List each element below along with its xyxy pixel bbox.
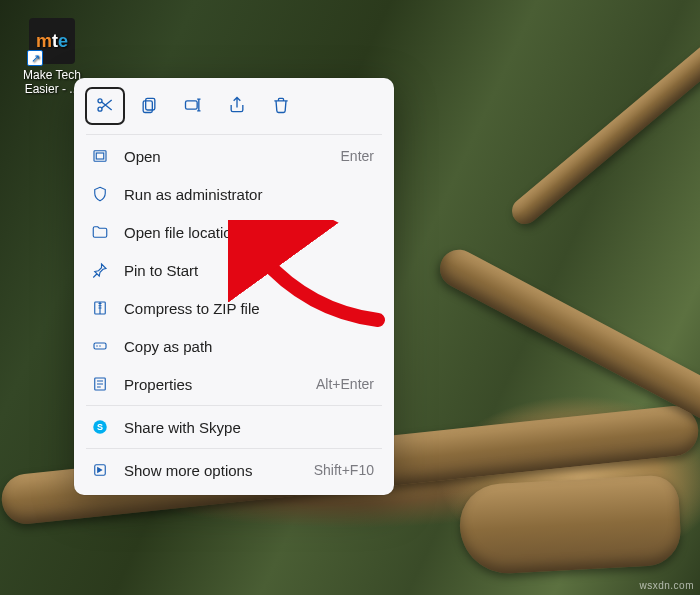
logo-m: m — [36, 31, 52, 52]
menu-item-pin-to-start[interactable]: Pin to Start — [80, 251, 388, 289]
context-menu: Open Enter Run as administrator Open fil… — [74, 78, 394, 495]
rename-button[interactable] — [174, 88, 212, 124]
scissors-icon — [95, 95, 115, 118]
svg-rect-4 — [186, 100, 198, 108]
menu-item-label: Open — [124, 148, 327, 165]
menu-item-label: Compress to ZIP file — [124, 300, 360, 317]
skype-icon: S — [90, 417, 110, 437]
shortcut-overlay-icon: ↗ — [27, 50, 43, 66]
shortcut-tile: mte ↗ — [29, 18, 75, 64]
delete-button[interactable] — [262, 88, 300, 124]
menu-separator — [86, 448, 382, 449]
more-icon — [90, 460, 110, 480]
properties-icon — [90, 374, 110, 394]
wallpaper-branch — [458, 474, 682, 575]
menu-item-show-more[interactable]: Show more options Shift+F10 — [80, 451, 388, 489]
context-menu-top-row — [80, 84, 388, 132]
share-button[interactable] — [218, 88, 256, 124]
svg-rect-2 — [146, 98, 155, 110]
open-icon — [90, 146, 110, 166]
folder-icon — [90, 222, 110, 242]
trash-icon — [271, 95, 291, 118]
menu-item-open[interactable]: Open Enter — [80, 137, 388, 175]
menu-item-copy-path[interactable]: Copy as path — [80, 327, 388, 365]
menu-item-run-admin[interactable]: Run as administrator — [80, 175, 388, 213]
svg-rect-6 — [96, 153, 104, 159]
svg-text:S: S — [97, 422, 103, 432]
menu-item-accel: Alt+Enter — [316, 376, 374, 392]
menu-item-label: Open file location — [124, 224, 360, 241]
menu-item-properties[interactable]: Properties Alt+Enter — [80, 365, 388, 403]
menu-separator — [86, 405, 382, 406]
pin-icon — [90, 260, 110, 280]
menu-item-accel: Enter — [341, 148, 374, 164]
watermark: wsxdn.com — [639, 580, 694, 591]
menu-item-label: Run as administrator — [124, 186, 360, 203]
zip-icon — [90, 298, 110, 318]
rename-icon — [183, 95, 203, 118]
menu-item-open-location[interactable]: Open file location — [80, 213, 388, 251]
share-icon — [227, 95, 247, 118]
menu-item-accel: Shift+F10 — [314, 462, 374, 478]
menu-item-compress-zip[interactable]: Compress to ZIP file — [80, 289, 388, 327]
menu-separator — [86, 134, 382, 135]
shield-icon — [90, 184, 110, 204]
menu-item-label: Copy as path — [124, 338, 360, 355]
wallpaper-branch — [507, 17, 700, 230]
path-icon — [90, 336, 110, 356]
svg-rect-3 — [143, 100, 152, 112]
copy-button[interactable] — [130, 88, 168, 124]
menu-item-label: Pin to Start — [124, 262, 360, 279]
menu-item-label: Share with Skype — [124, 419, 360, 436]
menu-item-label: Show more options — [124, 462, 300, 479]
menu-item-share-skype[interactable]: S Share with Skype — [80, 408, 388, 446]
cut-button[interactable] — [86, 88, 124, 124]
svg-point-1 — [98, 107, 102, 111]
svg-point-0 — [98, 98, 102, 102]
menu-item-label: Properties — [124, 376, 302, 393]
copy-icon — [139, 95, 159, 118]
logo-e: e — [58, 31, 68, 52]
